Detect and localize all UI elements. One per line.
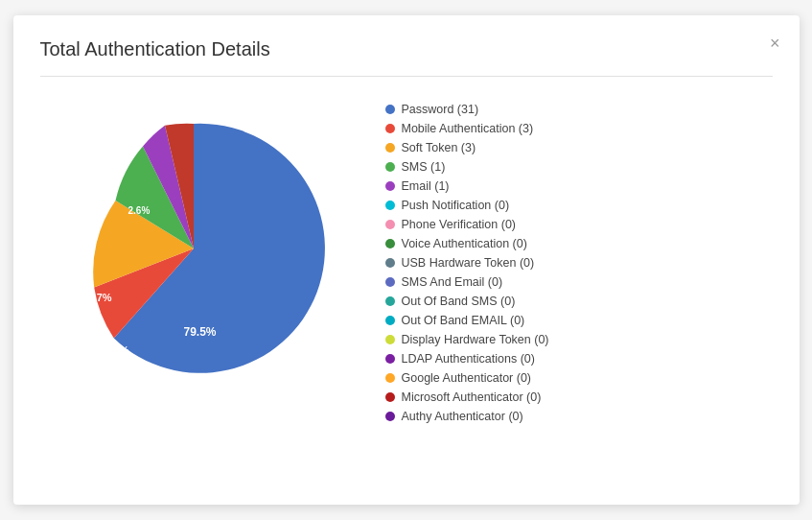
legend-label: Out Of Band EMAIL (0) bbox=[402, 314, 525, 327]
legend-label: LDAP Authentications (0) bbox=[402, 352, 535, 366]
content-area: 79.5% 7.7% 7.7% 2.6% Password (31)Mobile… bbox=[40, 100, 773, 426]
legend-label: Email (1) bbox=[402, 179, 450, 193]
legend-dot bbox=[385, 392, 395, 402]
legend-dot bbox=[385, 181, 395, 191]
legend-dot bbox=[385, 335, 395, 344]
legend-item: Email (1) bbox=[385, 179, 549, 193]
legend-item: SMS (1) bbox=[385, 160, 549, 174]
legend-dot bbox=[385, 316, 395, 325]
legend-item: Google Authenticator (0) bbox=[385, 371, 549, 385]
legend-dot bbox=[385, 296, 395, 306]
legend-item: Soft Token (3) bbox=[385, 141, 549, 154]
legend-dot bbox=[385, 143, 395, 153]
legend-label: Authy Authenticator (0) bbox=[402, 410, 523, 423]
legend-item: Password (31) bbox=[385, 103, 549, 116]
legend-dot bbox=[385, 124, 395, 133]
legend-item: Authy Authenticator (0) bbox=[385, 410, 549, 423]
legend-dot bbox=[385, 162, 395, 172]
pie-chart: 79.5% 7.7% 7.7% 2.6% bbox=[40, 100, 347, 426]
legend-dot bbox=[385, 201, 395, 210]
legend-dot bbox=[385, 277, 395, 287]
modal-title: Total Authentication Details bbox=[40, 38, 773, 60]
legend-label: Display Hardware Token (0) bbox=[402, 333, 549, 346]
pie-chart-svg bbox=[40, 100, 347, 407]
label-77b: 7.7% bbox=[88, 292, 112, 303]
legend-label: Voice Authentication (0) bbox=[402, 237, 527, 250]
legend-label: Mobile Authentication (3) bbox=[402, 122, 534, 135]
legend-dot bbox=[385, 239, 395, 248]
legend-dot bbox=[385, 412, 395, 421]
legend-item: SMS And Email (0) bbox=[385, 275, 549, 289]
legend-item: Phone Verification (0) bbox=[385, 218, 549, 231]
divider bbox=[40, 76, 773, 77]
legend-item: Display Hardware Token (0) bbox=[385, 333, 549, 346]
legend-item: Microsoft Authenticator (0) bbox=[385, 390, 549, 404]
legend-label: Out Of Band SMS (0) bbox=[402, 295, 516, 308]
legend-item: Mobile Authentication (3) bbox=[385, 122, 549, 135]
label-79: 79.5% bbox=[184, 325, 217, 339]
chart-legend: Password (31)Mobile Authentication (3)So… bbox=[385, 103, 549, 423]
label-77a: 7.7% bbox=[105, 344, 129, 356]
modal-container: Total Authentication Details × bbox=[13, 15, 800, 505]
legend-label: Password (31) bbox=[402, 103, 479, 116]
legend-label: Google Authenticator (0) bbox=[402, 371, 532, 385]
legend-label: Push Notification (0) bbox=[402, 199, 510, 212]
legend-label: Soft Token (3) bbox=[402, 141, 476, 154]
legend-dot bbox=[385, 373, 395, 383]
legend-item: Out Of Band EMAIL (0) bbox=[385, 314, 549, 327]
legend-dot bbox=[385, 258, 395, 268]
label-26: 2.6% bbox=[128, 205, 151, 216]
legend-label: SMS (1) bbox=[402, 160, 446, 174]
legend-item: USB Hardware Token (0) bbox=[385, 256, 549, 270]
close-button[interactable]: × bbox=[770, 35, 780, 52]
legend-label: SMS And Email (0) bbox=[402, 275, 503, 289]
legend-item: Out Of Band SMS (0) bbox=[385, 295, 549, 308]
legend-label: USB Hardware Token (0) bbox=[402, 256, 535, 270]
legend-item: Voice Authentication (0) bbox=[385, 237, 549, 250]
legend-dot bbox=[385, 354, 395, 364]
legend-dot bbox=[385, 220, 395, 229]
legend-label: Microsoft Authenticator (0) bbox=[402, 390, 542, 404]
legend-label: Phone Verification (0) bbox=[402, 218, 517, 231]
legend-dot bbox=[385, 105, 395, 114]
legend-item: LDAP Authentications (0) bbox=[385, 352, 549, 366]
legend-item: Push Notification (0) bbox=[385, 199, 549, 212]
